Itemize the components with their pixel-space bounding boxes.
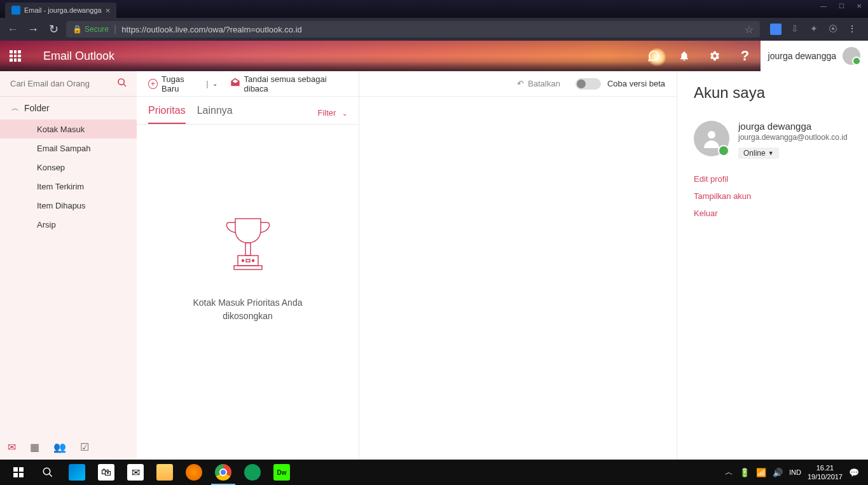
svg-rect-9: [19, 467, 24, 472]
edit-profile-link[interactable]: Edit profil: [694, 174, 851, 184]
tray-battery-icon[interactable]: 🔋: [740, 468, 750, 477]
secure-lock-icon: 🔒 Secure: [72, 25, 109, 34]
window-minimize-icon[interactable]: —: [815, 0, 832, 13]
open-mail-icon: [230, 78, 240, 90]
tray-clock[interactable]: 16.21 19/10/2017: [808, 463, 843, 482]
extension-icon[interactable]: ⦿: [827, 24, 839, 35]
profile-avatar-icon: [694, 121, 729, 156]
folder-header-label: Folder: [24, 103, 50, 113]
folder-junk[interactable]: Email Sampah: [0, 139, 137, 158]
toggle-switch-icon[interactable]: [575, 78, 601, 90]
show-account-link[interactable]: Tampilkan akun: [694, 191, 851, 201]
svg-rect-8: [13, 467, 18, 472]
undo-label: Batalkan: [528, 79, 560, 88]
empty-line1: Kotak Masuk Prioritas Anda: [193, 296, 303, 310]
tray-language[interactable]: IND: [789, 468, 801, 476]
reload-icon[interactable]: ↻: [46, 22, 61, 36]
window-close-icon[interactable]: ✕: [850, 0, 868, 13]
plus-icon: +: [148, 79, 158, 89]
taskbar-app-green[interactable]: [238, 460, 267, 485]
tray-wifi-icon[interactable]: 📶: [756, 468, 766, 477]
extension-icon[interactable]: ✦: [808, 24, 820, 35]
reading-pane: ↶ Batalkan Coba versi beta: [359, 71, 677, 460]
back-icon[interactable]: ←: [5, 23, 20, 36]
mail-icon[interactable]: ✉: [8, 441, 16, 453]
folder-header[interactable]: ︿ Folder: [0, 97, 137, 120]
extension-icon[interactable]: ⇩: [789, 24, 801, 35]
tab-priority[interactable]: Prioritas: [148, 99, 186, 124]
taskbar-store[interactable]: 🛍: [92, 460, 121, 485]
tab-other[interactable]: Lainnya: [197, 99, 233, 124]
chevron-up-icon: ︿: [11, 103, 19, 114]
search-input[interactable]: [10, 79, 117, 88]
app-launcher-button[interactable]: [0, 41, 31, 71]
taskbar-mail[interactable]: ✉: [121, 460, 150, 485]
tab-close-icon[interactable]: ×: [106, 6, 111, 15]
taskbar-chrome[interactable]: [209, 460, 238, 485]
menu-icon[interactable]: ⋮: [846, 24, 858, 35]
browser-tab[interactable]: Email - jourga.dewangga ×: [5, 3, 116, 18]
star-icon[interactable]: ☆: [745, 24, 754, 36]
svg-rect-10: [13, 473, 18, 477]
tray-chevron-icon[interactable]: ︿: [725, 467, 733, 478]
taskbar-dreamweaver[interactable]: Dw: [267, 460, 296, 485]
app-title: Email Outlook: [31, 50, 114, 63]
search-box[interactable]: [0, 71, 137, 97]
tray-notifications-icon[interactable]: 💬: [849, 468, 859, 477]
forward-icon[interactable]: →: [25, 23, 41, 36]
folder-inbox[interactable]: Kotak Masuk: [0, 120, 137, 139]
taskbar-firefox[interactable]: [179, 460, 209, 485]
window-maximize-icon[interactable]: ☐: [832, 0, 850, 13]
user-badge[interactable]: jourga dewangga: [761, 41, 868, 71]
help-icon[interactable]: ?: [730, 41, 761, 71]
taskbar-explorer[interactable]: [150, 460, 179, 485]
account-panel: Akun saya jourga dewangga jourga.dewangg…: [677, 71, 868, 460]
system-tray: ︿ 🔋 📶 🔊 IND 16.21 19/10/2017 💬: [725, 463, 864, 482]
settings-icon[interactable]: [699, 41, 730, 71]
beta-label: Coba versi beta: [607, 79, 665, 88]
bottom-nav: ✉ ▦ 👥 ☑: [0, 434, 137, 460]
panel-title: Akun saya: [694, 84, 851, 102]
svg-line-1: [123, 84, 126, 86]
filter-button[interactable]: Filter ⌄: [317, 108, 347, 124]
windows-taskbar: 🛍 ✉ Dw ︿ 🔋 📶 🔊 IND 16.21 19/10/2017 💬: [0, 460, 868, 485]
status-selector[interactable]: Online ▼: [738, 147, 779, 159]
profile-name: jourga dewangga: [738, 121, 851, 132]
mark-all-read-label: Tandai semua sebagai dibaca: [244, 74, 347, 93]
folder-sent[interactable]: Item Terkirim: [0, 177, 137, 196]
folder-drafts[interactable]: Konsep: [0, 158, 137, 177]
undo-button[interactable]: ↶ Batalkan: [517, 79, 560, 88]
trophy-icon: [216, 211, 280, 281]
new-task-button[interactable]: + Tugas Baru | ⌄: [148, 74, 217, 93]
svg-rect-3: [234, 266, 262, 270]
logout-link[interactable]: Keluar: [694, 208, 851, 218]
taskbar-edge[interactable]: [62, 460, 92, 485]
chevron-down-icon: ⌄: [342, 110, 347, 117]
user-avatar-icon: [843, 47, 860, 65]
left-sidebar: ︿ Folder Kotak Masuk Email Sampah Konsep…: [0, 71, 137, 460]
beta-toggle[interactable]: Coba versi beta: [575, 78, 665, 90]
calendar-icon[interactable]: ▦: [30, 441, 39, 453]
skype-icon[interactable]: [638, 41, 669, 71]
empty-state: Kotak Masuk Prioritas Anda dikosongkan: [137, 125, 359, 460]
browser-titlebar: Email - jourga.dewangga × — ☐ ✕: [0, 0, 868, 18]
search-icon[interactable]: [117, 78, 127, 90]
tab-title: Email - jourga.dewangga: [24, 6, 102, 14]
address-bar[interactable]: 🔒 Secure | https://outlook.live.com/owa/…: [66, 21, 760, 38]
tray-volume-icon[interactable]: 🔊: [773, 468, 783, 477]
people-icon[interactable]: 👥: [53, 441, 66, 453]
notifications-icon[interactable]: [669, 41, 699, 71]
folder-archive[interactable]: Arsip: [0, 215, 137, 234]
svg-point-4: [242, 259, 244, 261]
browser-toolbar: ← → ↻ 🔒 Secure | https://outlook.live.co…: [0, 18, 868, 41]
start-button[interactable]: [4, 460, 33, 485]
chevron-down-icon[interactable]: ⌄: [212, 80, 217, 87]
mark-all-read-button[interactable]: Tandai semua sebagai dibaca: [230, 74, 347, 93]
search-button[interactable]: [33, 460, 62, 485]
folder-deleted[interactable]: Item Dihapus: [0, 196, 137, 215]
extension-icon[interactable]: [770, 24, 782, 35]
tasks-icon[interactable]: ☑: [80, 441, 89, 453]
svg-line-13: [49, 474, 52, 477]
svg-point-12: [43, 468, 50, 475]
svg-rect-11: [19, 473, 24, 477]
